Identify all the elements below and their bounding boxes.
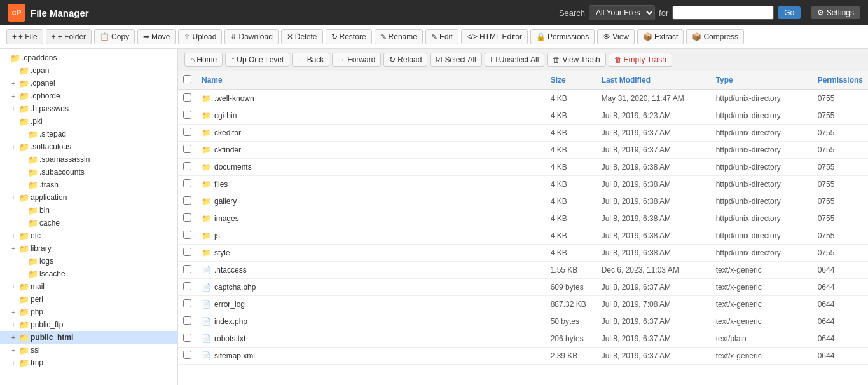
sidebar-item[interactable]: 📁.subaccounts xyxy=(0,166,177,179)
search-input[interactable] xyxy=(672,6,774,20)
table-row[interactable]: 📁documents4 KBJul 8, 2019, 6:38 AMhttpd/… xyxy=(178,159,868,176)
reload-button[interactable]: ↻ Reload xyxy=(383,53,427,67)
row-checkbox[interactable] xyxy=(183,179,191,187)
file-permissions: 0755 xyxy=(813,193,868,210)
view-button[interactable]: 👁 View xyxy=(597,29,635,44)
sidebar-item[interactable]: +📁ssl xyxy=(0,344,177,356)
unselect-all-button[interactable]: ☐ Unselect All xyxy=(485,53,545,67)
file-modified: Jul 8, 2019, 6:38 AM xyxy=(596,245,711,262)
add-folder-button[interactable]: + + Folder xyxy=(46,29,92,44)
row-checkbox[interactable] xyxy=(183,145,191,153)
rename-button[interactable]: ✎ Rename xyxy=(375,29,423,44)
compress-button[interactable]: 📦 Compress xyxy=(686,29,744,44)
restore-icon: ↻ xyxy=(331,32,338,41)
sidebar-item[interactable]: +📁.softaculous xyxy=(0,140,177,153)
sidebar-item[interactable]: 📁.cpan xyxy=(0,64,177,77)
sidebar-item[interactable]: +📁mail xyxy=(0,280,177,293)
sidebar-item[interactable]: 📁lscache xyxy=(0,267,177,280)
folder-icon: 📁 xyxy=(19,91,29,101)
sidebar-item[interactable]: +📁php xyxy=(0,306,177,318)
col-modified-header[interactable]: Last Modified xyxy=(596,71,711,90)
table-row[interactable]: 📁files4 KBJul 8, 2019, 6:38 AMhttpd/unix… xyxy=(178,176,868,193)
sidebar-item[interactable]: +📁.htpasswds xyxy=(0,102,177,115)
table-row[interactable]: 📁.well-known4 KBMay 31, 2020, 11:47 AMht… xyxy=(178,90,868,107)
table-row[interactable]: 📁js4 KBJul 8, 2019, 6:38 AMhttpd/unix-di… xyxy=(178,227,868,245)
row-checkbox[interactable] xyxy=(183,213,191,222)
table-row[interactable]: 📄captcha.php609 bytesJul 8, 2019, 6:37 A… xyxy=(178,279,868,296)
sidebar-item[interactable]: +📁public_html xyxy=(0,331,177,344)
col-permissions-header[interactable]: Permissions xyxy=(813,71,868,90)
col-size-header[interactable]: Size xyxy=(546,71,596,90)
restore-button[interactable]: ↻ Restore xyxy=(326,29,372,44)
edit-button[interactable]: ✎ Edit xyxy=(425,29,458,44)
sidebar-item[interactable]: 📁cache xyxy=(0,217,177,229)
html-editor-button[interactable]: </> HTML Editor xyxy=(461,29,528,44)
forward-button[interactable]: → Forward xyxy=(332,53,381,67)
view-trash-button[interactable]: 🗑 View Trash xyxy=(547,53,605,67)
back-button[interactable]: ← Back xyxy=(292,53,330,67)
col-type-header[interactable]: Type xyxy=(711,71,813,90)
home-button[interactable]: ⌂ Home xyxy=(184,53,223,67)
sidebar-item[interactable]: 📁.sitepad xyxy=(0,128,177,140)
table-row[interactable]: 📄robots.txt206 bytesJul 8, 2019, 6:37 AM… xyxy=(178,330,868,348)
select-all-button[interactable]: ☑ Select All xyxy=(430,53,481,67)
table-row[interactable]: 📁images4 KBJul 8, 2019, 6:38 AMhttpd/uni… xyxy=(178,210,868,227)
table-row[interactable]: 📁ckeditor4 KBJul 8, 2019, 6:37 AMhttpd/u… xyxy=(178,125,868,142)
upload-button[interactable]: ⇧ Upload xyxy=(178,29,222,44)
table-row[interactable]: 📄index.php50 bytesJul 8, 2019, 6:37 AMte… xyxy=(178,313,868,330)
row-checkbox[interactable] xyxy=(183,265,191,273)
table-row[interactable]: 📄.htaccess1.55 KBDec 6, 2023, 11:03 AMte… xyxy=(178,262,868,279)
table-row[interactable]: 📄error_log887.32 KBJul 8, 2019, 7:08 AMt… xyxy=(178,296,868,313)
up-one-level-button[interactable]: ↑ Up One Level xyxy=(225,53,289,67)
row-checkbox[interactable] xyxy=(183,299,191,307)
settings-button[interactable]: ⚙ Settings xyxy=(811,6,860,19)
copy-button[interactable]: 📋 Copy xyxy=(94,29,135,44)
sidebar-item[interactable]: 📁perl xyxy=(0,293,177,306)
row-checkbox[interactable] xyxy=(183,111,191,119)
sidebar-item[interactable]: +📁.cpanel xyxy=(0,77,177,90)
table-row[interactable]: 📁ckfinder4 KBJul 8, 2019, 6:37 AMhttpd/u… xyxy=(178,142,868,159)
sidebar-item[interactable]: 📁bin xyxy=(0,204,177,217)
row-checkbox[interactable] xyxy=(183,128,191,136)
sidebar-item[interactable]: +📁application xyxy=(0,191,177,204)
row-checkbox[interactable] xyxy=(183,93,191,102)
go-button[interactable]: Go xyxy=(778,6,801,19)
sidebar-item[interactable]: 📁.spamassassin xyxy=(0,153,177,166)
col-name-header[interactable]: Name xyxy=(196,71,546,90)
delete-button[interactable]: ✕ Delete xyxy=(281,29,323,44)
table-row[interactable]: 📁style4 KBJul 8, 2019, 6:38 AMhttpd/unix… xyxy=(178,245,868,262)
sidebar-item[interactable]: +📁.cphorde xyxy=(0,90,177,102)
row-checkbox[interactable] xyxy=(183,316,191,325)
table-row[interactable]: 📄sitemap.xml2.39 KBJul 8, 2019, 6:37 AMt… xyxy=(178,348,868,365)
sidebar-item[interactable]: 📁.cpaddons xyxy=(0,51,177,64)
select-all-checkbox[interactable] xyxy=(183,75,191,83)
table-row[interactable]: 📁gallery4 KBJul 8, 2019, 6:38 AMhttpd/un… xyxy=(178,193,868,210)
unselect-all-icon: ☐ xyxy=(490,55,497,64)
move-button[interactable]: ➡ Move xyxy=(137,29,176,44)
download-button[interactable]: ⇩ Download xyxy=(224,29,278,44)
extract-button[interactable]: 📦 Extract xyxy=(637,29,684,44)
row-checkbox[interactable] xyxy=(183,162,191,170)
sidebar-item[interactable]: 📁logs xyxy=(0,255,177,267)
file-type: httpd/unix-directory xyxy=(711,107,813,125)
add-file-button[interactable]: + + File xyxy=(6,29,43,44)
sidebar-item[interactable]: 📁.trash xyxy=(0,179,177,191)
sidebar-item[interactable]: +📁library xyxy=(0,242,177,255)
search-scope-select[interactable]: All Your Files xyxy=(589,5,655,20)
sidebar-item[interactable]: +📁public_ftp xyxy=(0,318,177,331)
expand-icon: + xyxy=(11,347,19,354)
row-checkbox[interactable] xyxy=(183,334,191,342)
sidebar-item[interactable]: +📁tmp xyxy=(0,356,177,369)
table-row[interactable]: 📁cgi-bin4 KBJul 8, 2019, 6:23 AMhttpd/un… xyxy=(178,107,868,125)
row-checkbox[interactable] xyxy=(183,351,191,359)
permissions-button[interactable]: 🔒 Permissions xyxy=(530,29,595,44)
sidebar-item[interactable]: 📁.pki xyxy=(0,115,177,128)
sidebar-item-label: .cpaddons xyxy=(22,53,57,62)
sidebar-item[interactable]: +📁etc xyxy=(0,229,177,242)
row-checkbox[interactable] xyxy=(183,248,191,256)
file-type: text/x-generic xyxy=(711,348,813,365)
row-checkbox[interactable] xyxy=(183,282,191,290)
row-checkbox[interactable] xyxy=(183,231,191,239)
row-checkbox[interactable] xyxy=(183,196,191,205)
empty-trash-button[interactable]: 🗑 Empty Trash xyxy=(609,53,672,67)
